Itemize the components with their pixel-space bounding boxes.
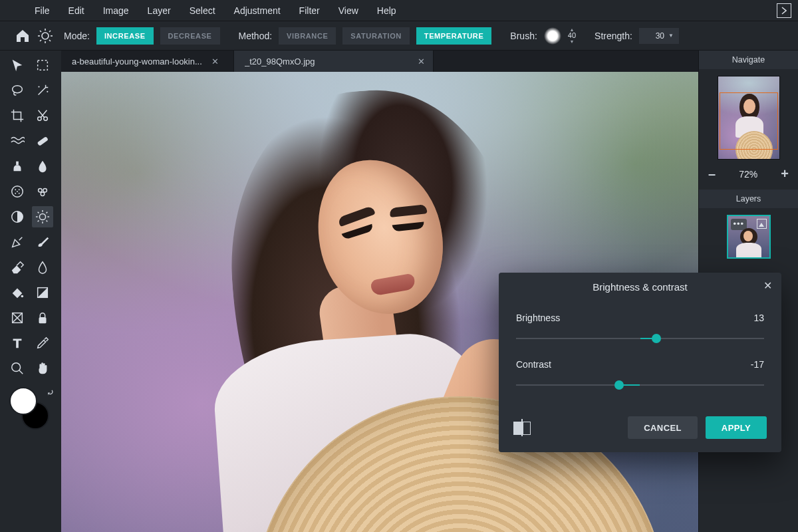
toolbox: ⤾ [0, 51, 61, 532]
svg-point-43 [12, 363, 21, 372]
eraser-tool-icon[interactable] [7, 257, 28, 278]
fill-tool-icon[interactable] [7, 282, 28, 303]
dialog-title: Brightness & contrast [593, 281, 688, 293]
svg-point-22 [17, 191, 18, 192]
brush-size-stepper[interactable]: ▲ 40 ▼ [568, 27, 576, 44]
marquee-tool-icon[interactable] [32, 55, 53, 76]
cut-tool-icon[interactable] [32, 105, 53, 126]
svg-line-7 [49, 31, 51, 32]
menu-help[interactable]: Help [368, 0, 406, 21]
hand-tool-icon[interactable] [32, 358, 53, 379]
svg-point-18 [15, 189, 16, 190]
heal-tool-icon[interactable] [32, 130, 53, 152]
navigate-panel-title: Navigate [699, 51, 798, 69]
strength-label: Strength: [595, 31, 632, 41]
document-tab[interactable]: a-beautiful-young-woman-lookin... ✕ [61, 51, 234, 72]
navigator-viewport-frame[interactable] [720, 92, 778, 150]
text-tool-icon[interactable] [7, 332, 28, 354]
tab-close-icon[interactable]: ✕ [211, 57, 219, 66]
svg-point-10 [13, 86, 23, 93]
compare-icon[interactable] [513, 420, 531, 435]
effect-tool-icon[interactable] [32, 181, 53, 202]
svg-point-36 [43, 268, 45, 271]
brush-tool-icon[interactable] [32, 231, 53, 253]
temperature-tool-icon[interactable] [32, 206, 53, 227]
move-tool-icon[interactable] [7, 55, 28, 76]
svg-rect-9 [38, 61, 48, 70]
zoom-tool-icon[interactable] [7, 358, 28, 379]
sponge-tool-icon[interactable] [7, 181, 28, 202]
brightness-slider[interactable] [516, 334, 764, 343]
strength-value: 30 [656, 31, 664, 41]
svg-point-20 [15, 193, 16, 194]
svg-point-12 [47, 91, 48, 92]
svg-rect-16 [16, 162, 19, 166]
mode-decrease-button[interactable]: DECREASE [160, 27, 220, 45]
layer-thumbnail[interactable]: ••• [727, 215, 771, 259]
pen-tool-icon[interactable] [7, 231, 28, 253]
svg-point-21 [19, 193, 20, 194]
dodge-tool-icon[interactable] [7, 206, 28, 227]
contrast-label: Contrast [516, 359, 551, 370]
gradient-tool-icon[interactable] [32, 282, 53, 303]
tab-close-icon[interactable]: ✕ [418, 57, 425, 66]
lasso-tool-icon[interactable] [7, 80, 28, 101]
clone-tool-icon[interactable] [7, 156, 28, 177]
mode-label: Mode: [64, 31, 90, 41]
cancel-button[interactable]: CANCEL [628, 416, 698, 439]
tab-title: _t20_98QmxO.jpg [245, 57, 315, 66]
svg-point-19 [19, 189, 20, 190]
svg-rect-42 [39, 317, 47, 323]
blur-tool-icon[interactable] [32, 156, 53, 177]
method-vibrance-button[interactable]: VIBRANCE [279, 27, 336, 45]
wand-tool-icon[interactable] [32, 80, 53, 101]
navigator-thumbnail[interactable] [718, 76, 780, 160]
menu-image[interactable]: Image [94, 0, 138, 21]
document-tab[interactable]: _t20_98QmxO.jpg ✕ [234, 51, 434, 72]
lock-tool-icon[interactable] [32, 307, 53, 329]
brush-preview-icon[interactable] [544, 27, 561, 45]
brush-size-value: 40 [568, 32, 576, 39]
layers-panel-title: Layers [699, 190, 798, 208]
toggle-panels-icon[interactable] [777, 3, 791, 18]
menu-view[interactable]: View [329, 0, 368, 21]
method-saturation-button[interactable]: SATURATION [342, 27, 409, 45]
method-label: Method: [239, 31, 273, 41]
menu-edit[interactable]: Edit [59, 0, 94, 21]
apply-button[interactable]: APPLY [706, 416, 767, 439]
zoom-out-button[interactable]: – [708, 166, 716, 182]
strength-dropdown[interactable]: 30 ▼ [639, 28, 679, 44]
menu-adjustment[interactable]: Adjustment [225, 0, 290, 21]
svg-point-11 [38, 86, 39, 87]
svg-point-37 [21, 295, 24, 298]
crop-tool-icon[interactable] [7, 105, 28, 126]
eyedropper-tool-icon[interactable] [32, 332, 53, 354]
active-tool-icon[interactable] [37, 28, 53, 44]
method-temperature-button[interactable]: TEMPERATURE [416, 27, 492, 45]
svg-line-8 [40, 40, 41, 41]
svg-point-23 [39, 188, 43, 192]
svg-line-32 [38, 212, 39, 213]
svg-point-24 [43, 188, 47, 192]
svg-line-35 [38, 221, 39, 222]
smudge-tool-icon[interactable] [32, 257, 53, 278]
color-swatches[interactable]: ⤾ [7, 387, 53, 430]
svg-line-5 [40, 31, 41, 32]
menu-filter[interactable]: Filter [290, 0, 329, 21]
foreground-color-swatch[interactable] [9, 387, 37, 415]
dialog-close-icon[interactable]: ✕ [763, 279, 772, 292]
liquify-tool-icon[interactable] [7, 130, 28, 152]
zoom-in-button[interactable]: + [781, 166, 789, 182]
svg-line-44 [19, 370, 23, 374]
home-icon[interactable] [15, 28, 31, 44]
menu-layer[interactable]: Layer [138, 0, 180, 21]
brightness-label: Brightness [516, 313, 560, 323]
mode-increase-button[interactable]: INCREASE [96, 27, 154, 45]
tab-title: a-beautiful-young-woman-lookin... [72, 57, 202, 66]
options-bar: Mode: INCREASE DECREASE Method: VIBRANCE… [0, 21, 798, 51]
menu-select[interactable]: Select [180, 0, 225, 21]
menu-file[interactable]: File [25, 0, 59, 21]
contrast-slider[interactable] [516, 380, 764, 390]
swap-colors-icon[interactable]: ⤾ [47, 387, 55, 398]
shape-tool-icon[interactable] [7, 307, 28, 329]
